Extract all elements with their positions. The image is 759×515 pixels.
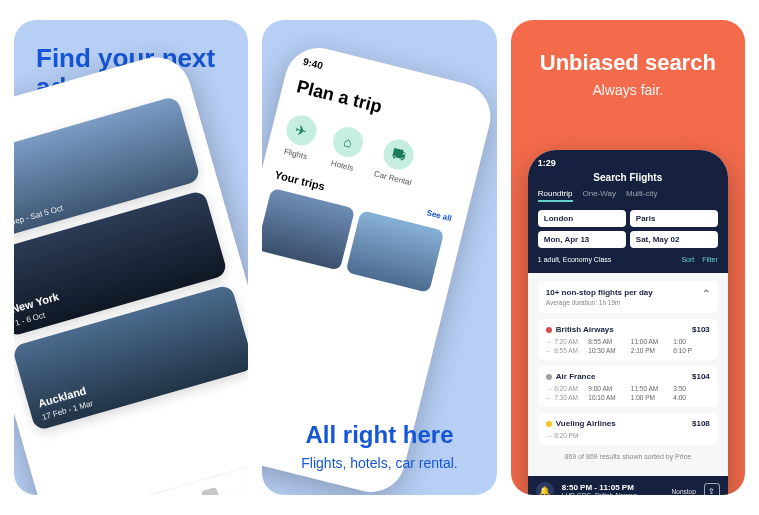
filter-button[interactable]: Filter — [702, 256, 718, 263]
category-car[interactable]: ⛟ Car Rental — [373, 135, 421, 187]
time-cell: 9:00 AM — [588, 385, 625, 392]
tab-bar: Search Explore Trips Profile — [46, 453, 248, 495]
depart-date-field[interactable]: Mon, Apr 13 — [538, 231, 626, 248]
category-hotels[interactable]: ⌂ Hotels — [327, 124, 367, 174]
page-title: Search Flights — [538, 172, 718, 183]
trip-thumbnail[interactable] — [262, 188, 355, 271]
sort-button[interactable]: Sort — [681, 256, 694, 263]
time-cell: 10:30 AM — [588, 347, 625, 354]
selected-time: 8:50 PM - 11:05 PM — [562, 483, 664, 492]
tab-trips[interactable]: Trips — [201, 487, 224, 495]
category-label: Car Rental — [373, 169, 412, 187]
trip-thumbnail[interactable] — [346, 210, 445, 293]
plane-icon: ✈ — [284, 112, 320, 148]
share-icon[interactable]: ⇪ — [704, 483, 720, 495]
status-time: 1:29 — [538, 158, 718, 168]
panel3-subtitle: Always fair. — [521, 82, 735, 98]
time-cell: 4:00 — [673, 394, 710, 401]
results-count: 869 of 869 results shown sorted by Price — [538, 445, 718, 468]
nonstop-summary[interactable]: 10+ non-stop flights per day Average dur… — [538, 281, 718, 313]
trip-type-tabs: Roundtrip One-Way Multi-city — [538, 189, 718, 202]
to-field[interactable]: Paris — [630, 210, 718, 227]
promo-panel-1: Find your next adventure 90+ million tra… — [14, 20, 248, 495]
time-cell: 1:00 PM — [631, 394, 668, 401]
time-cell: 10:10 AM — [588, 394, 625, 401]
see-all-link[interactable]: See all — [426, 208, 453, 223]
return-date-field[interactable]: Sat, May 02 — [630, 231, 718, 248]
time-cell: 1:00 — [673, 338, 710, 345]
time-cell: 11:50 AM — [631, 385, 668, 392]
airline-dot-icon — [546, 374, 552, 380]
time-cell: 8:55 AM — [554, 347, 578, 354]
pax-sort-row: 1 adult, Economy Class Sort Filter — [538, 256, 718, 263]
nonstop-tag: Nonstop — [672, 488, 696, 495]
route-fields: London Paris — [538, 210, 718, 227]
time-cell: 3:50 — [673, 385, 710, 392]
time-cell: 2:10 PM — [631, 347, 668, 354]
panel2-title: All right here — [262, 421, 496, 449]
airline-name: British Airways — [556, 325, 614, 334]
panel3-title: Unbiased search — [521, 50, 735, 76]
bed-icon: ⌂ — [330, 124, 366, 160]
panel3-heading: Unbiased search Always fair. — [511, 20, 745, 98]
tab-multicity[interactable]: Multi-city — [626, 189, 658, 202]
bell-icon[interactable]: 🔔 — [536, 482, 554, 495]
time-cell: 7:20 AM — [554, 338, 578, 345]
nonstop-sub: Average duration: 1h 19m — [546, 299, 653, 306]
flight-times: → 8:20 PM — [546, 432, 710, 439]
time-cell: 8:55 AM — [588, 338, 625, 345]
car-icon: ⛟ — [381, 136, 417, 172]
selected-flight-text: 8:50 PM - 11:05 PM LHR-CDG, British Airw… — [562, 483, 664, 495]
trip-dates: Fri 27 Sep - Sat 5 Oct — [14, 204, 64, 234]
tab-roundtrip[interactable]: Roundtrip — [538, 189, 573, 202]
time-cell: 11:00 AM — [631, 338, 668, 345]
airline-name: Vueling Airlines — [556, 419, 616, 428]
results-body: 10+ non-stop flights per day Average dur… — [528, 273, 728, 476]
airline-card[interactable]: British Airways $103 → 7:20 AM 8:55 AM 1… — [538, 319, 718, 360]
date-fields: Mon, Apr 13 Sat, May 02 — [538, 231, 718, 248]
from-field[interactable]: London — [538, 210, 626, 227]
category-flights[interactable]: ✈ Flights — [280, 112, 320, 162]
airline-price: $103 — [692, 325, 710, 334]
phone-mockup-search: 1:29 Search Flights Roundtrip One-Way Mu… — [528, 150, 728, 495]
time-cell: 6:10 P — [673, 347, 710, 354]
airline-price: $104 — [692, 372, 710, 381]
panel2-subtitle: Flights, hotels, car rental. — [262, 455, 496, 471]
search-header: 1:29 Search Flights Roundtrip One-Way Mu… — [528, 150, 728, 273]
time-cell: 7:30 AM — [554, 394, 578, 401]
selected-route: LHR-CDG, British Airways — [562, 492, 664, 495]
flight-times: → 7:20 AM 8:55 AM 11:00 AM 1:00 ← 8:55 A… — [546, 338, 710, 354]
category-label: Flights — [283, 147, 308, 161]
airline-dot-icon — [546, 327, 552, 333]
promo-panel-3: Unbiased search Always fair. 1:29 Search… — [511, 20, 745, 495]
trips-icon — [201, 487, 221, 495]
time-cell: 8:20 PM — [554, 432, 578, 439]
airline-price: $108 — [692, 419, 710, 428]
airline-dot-icon — [546, 421, 552, 427]
selected-flight-bar[interactable]: 🔔 8:50 PM - 11:05 PM LHR-CDG, British Ai… — [528, 476, 728, 495]
tab-oneway[interactable]: One-Way — [583, 189, 617, 202]
time-cell: 6:20 AM — [554, 385, 578, 392]
promo-panel-2: 9:40 Plan a trip ✈ Flights ⌂ Hotels ⛟ Ca… — [262, 20, 496, 495]
passenger-selector[interactable]: 1 adult, Economy Class — [538, 256, 612, 263]
your-trips-label: Your trips — [274, 168, 327, 192]
chevron-up-icon: ⌃ — [702, 288, 710, 306]
category-label: Hotels — [330, 159, 354, 173]
nonstop-title: 10+ non-stop flights per day — [546, 288, 653, 297]
airline-card[interactable]: Vueling Airlines $108 → 8:20 PM — [538, 413, 718, 445]
airline-name: Air France — [556, 372, 596, 381]
airline-card[interactable]: Air France $104 → 6:20 AM 9:00 AM 11:50 … — [538, 366, 718, 407]
panel2-footer: All right here Flights, hotels, car rent… — [262, 421, 496, 471]
flight-times: → 6:20 AM 9:00 AM 11:50 AM 3:50 ← 7:30 A… — [546, 385, 710, 401]
